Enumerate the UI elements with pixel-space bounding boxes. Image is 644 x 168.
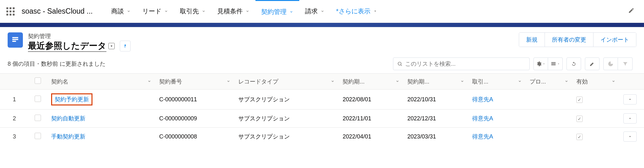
checkbox-icon[interactable] bbox=[35, 77, 41, 84]
inline-edit-button[interactable] bbox=[585, 57, 600, 70]
triangle-down-icon[interactable] bbox=[373, 8, 377, 15]
cell-active: ✓ bbox=[572, 128, 619, 146]
col-account[interactable]: 取引... bbox=[468, 74, 525, 90]
chevron-down-icon[interactable] bbox=[518, 78, 522, 85]
account-link[interactable]: 得意先A bbox=[472, 115, 493, 122]
checkbox-icon[interactable] bbox=[35, 133, 41, 139]
cell-contract-name: 契約予約更新 bbox=[47, 90, 155, 110]
col-record-type[interactable]: レコードタイプ bbox=[234, 74, 338, 90]
contract-name-link[interactable]: 契約予約更新 bbox=[51, 93, 92, 105]
row-checkbox-cell[interactable] bbox=[29, 128, 47, 146]
cell-contract-number: C-0000000011 bbox=[155, 90, 234, 110]
nav-label: 契約管理 bbox=[261, 8, 287, 16]
cell-actions bbox=[619, 110, 644, 128]
cell-record-type: サブスクリプション bbox=[234, 128, 338, 146]
display-as-button[interactable] bbox=[548, 57, 563, 70]
list-header: 契約管理 最近参照したデータ 新規 所有者の変更 インポート 8 個の項目・数秒… bbox=[0, 27, 644, 70]
nav-label: 取引先 bbox=[180, 7, 199, 16]
cell-account: 得意先A bbox=[468, 128, 525, 146]
nav-label: 商談 bbox=[111, 7, 124, 16]
row-action-menu[interactable] bbox=[623, 131, 637, 142]
chevron-down-icon[interactable] bbox=[611, 78, 616, 85]
cell-pro bbox=[525, 110, 572, 128]
checkbox-icon[interactable] bbox=[35, 96, 41, 102]
col-contract-name[interactable]: 契約名 bbox=[47, 74, 155, 90]
filter-button[interactable] bbox=[618, 57, 633, 70]
app-name: soasc - SalesCloud ... bbox=[22, 7, 93, 16]
chevron-down-icon[interactable] bbox=[201, 8, 206, 15]
chevron-down-icon[interactable] bbox=[460, 78, 464, 85]
nav-item-leads[interactable]: リード bbox=[137, 0, 174, 23]
checked-icon: ✓ bbox=[576, 134, 583, 140]
contract-name-link[interactable]: 手動契約更新 bbox=[51, 133, 85, 140]
row-action-menu[interactable] bbox=[623, 94, 637, 104]
chevron-down-icon[interactable] bbox=[164, 8, 168, 15]
chevron-down-icon[interactable] bbox=[395, 78, 400, 85]
nav-item-opportunities[interactable]: 商談 bbox=[105, 0, 137, 23]
search-icon bbox=[397, 61, 403, 67]
chevron-down-icon[interactable] bbox=[147, 78, 152, 85]
nav-item-more[interactable]: *さらに表示 bbox=[330, 0, 383, 23]
list-search-input[interactable] bbox=[405, 61, 525, 67]
global-header: soasc - SalesCloud ... 商談 リード 取引先 見積条件 契… bbox=[0, 0, 644, 23]
nav-item-accounts[interactable]: 取引先 bbox=[174, 0, 212, 23]
edit-nav-icon[interactable] bbox=[625, 7, 638, 15]
import-button[interactable]: インポート bbox=[593, 33, 636, 47]
cell-account: 得意先A bbox=[468, 110, 525, 128]
new-button[interactable]: 新規 bbox=[519, 33, 545, 47]
cell-start-date: 2022/08/01 bbox=[338, 90, 403, 110]
chevron-down-icon[interactable] bbox=[289, 8, 294, 16]
col-pro[interactable]: プロ... bbox=[525, 74, 572, 90]
cell-record-type: サブスクリプション bbox=[234, 90, 338, 110]
cell-contract-name: 契約自動更新 bbox=[47, 110, 155, 128]
cell-start-date: 2022/04/01 bbox=[338, 128, 403, 146]
list-view-name[interactable]: 最近参照したデータ bbox=[28, 40, 131, 52]
contract-name-link[interactable]: 契約自動更新 bbox=[51, 115, 85, 122]
nav-item-contracts[interactable]: 契約管理 bbox=[255, 0, 299, 23]
cell-record-type: サブスクリプション bbox=[234, 110, 338, 128]
chevron-down-icon[interactable] bbox=[126, 8, 131, 15]
list-view-dropdown-icon[interactable] bbox=[108, 43, 115, 49]
nav-label: 請求 bbox=[305, 7, 318, 16]
nav-label: リード bbox=[142, 7, 161, 16]
col-contract-number[interactable]: 契約番号 bbox=[155, 74, 234, 90]
chevron-down-icon[interactable] bbox=[226, 78, 231, 85]
chevron-down-icon[interactable] bbox=[320, 8, 325, 15]
nav-item-billing[interactable]: 請求 bbox=[299, 0, 330, 23]
cell-end-date: 2022/12/31 bbox=[403, 110, 468, 128]
col-actions bbox=[619, 74, 644, 90]
cell-pro bbox=[525, 128, 572, 146]
change-owner-button[interactable]: 所有者の変更 bbox=[545, 33, 593, 47]
cell-pro bbox=[525, 90, 572, 110]
list-settings-button[interactable] bbox=[533, 57, 548, 70]
account-link[interactable]: 得意先A bbox=[472, 96, 493, 103]
nav-item-quotes[interactable]: 見積条件 bbox=[212, 0, 255, 23]
chevron-down-icon[interactable] bbox=[245, 8, 250, 15]
object-label: 契約管理 bbox=[28, 32, 131, 40]
list-search[interactable] bbox=[393, 57, 530, 70]
col-active[interactable]: 有効 bbox=[572, 74, 619, 90]
row-action-menu[interactable] bbox=[623, 113, 637, 124]
checked-icon: ✓ bbox=[576, 97, 583, 103]
checkbox-icon[interactable] bbox=[35, 115, 41, 121]
col-end-date[interactable]: 契約期... bbox=[403, 74, 468, 90]
chevron-down-icon[interactable] bbox=[564, 78, 569, 85]
app-launcher-icon[interactable] bbox=[6, 7, 15, 16]
cell-contract-name: 手動契約更新 bbox=[47, 128, 155, 146]
row-number: 2 bbox=[0, 110, 29, 128]
row-checkbox-cell[interactable] bbox=[29, 110, 47, 128]
cell-end-date: 2022/10/31 bbox=[403, 90, 468, 110]
topographic-banner bbox=[0, 23, 644, 27]
pin-list-button[interactable] bbox=[120, 41, 131, 51]
account-link[interactable]: 得意先A bbox=[472, 133, 493, 140]
cell-end-date: 2023/03/31 bbox=[403, 128, 468, 146]
chart-button[interactable] bbox=[603, 57, 618, 70]
nav-more-prefix: * bbox=[336, 8, 339, 15]
col-select-all[interactable] bbox=[29, 74, 47, 90]
col-start-date[interactable]: 契約期... bbox=[338, 74, 403, 90]
refresh-button[interactable] bbox=[566, 57, 581, 70]
cell-account: 得意先A bbox=[468, 90, 525, 110]
cell-active: ✓ bbox=[572, 110, 619, 128]
row-checkbox-cell[interactable] bbox=[29, 90, 47, 110]
chevron-down-icon[interactable] bbox=[330, 78, 335, 85]
